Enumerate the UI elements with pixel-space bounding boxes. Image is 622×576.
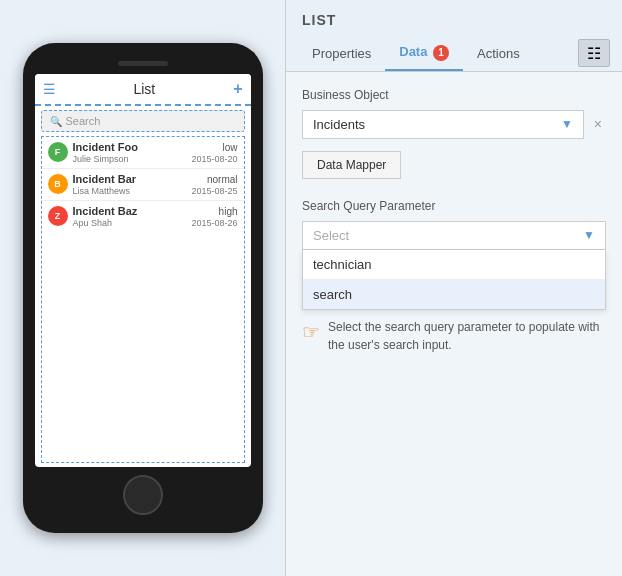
tab-data[interactable]: Data 1 [385, 36, 463, 71]
business-object-dropdown[interactable]: Incidents ▼ [302, 110, 584, 139]
item-priority: low [222, 142, 237, 153]
panel-content: Business Object Incidents ▼ × Data Mappe… [286, 72, 622, 577]
item-top: Incident Baz high [73, 205, 238, 217]
business-object-label: Business Object [302, 88, 606, 102]
data-mapper-button[interactable]: Data Mapper [302, 151, 401, 179]
settings-icon: ☷ [587, 44, 601, 63]
dropdown-item-technician[interactable]: technician [303, 250, 605, 280]
chevron-down-icon: ▼ [561, 117, 573, 131]
item-sub: Julie Simpson 2015-08-20 [73, 154, 238, 164]
list-item[interactable]: B Incident Bar normal Lisa Matthews 2015… [42, 169, 244, 201]
search-bar[interactable]: 🔍 Search [41, 110, 245, 132]
list-item[interactable]: F Incident Foo low Julie Simpson 2015-08… [42, 137, 244, 169]
item-content: Incident Baz high Apu Shah 2015-08-26 [73, 205, 238, 228]
search-query-label: Search Query Parameter [302, 199, 606, 213]
phone-panel: ☰ List + 🔍 Search F Incident Foo low [0, 0, 285, 576]
avatar: B [48, 174, 68, 194]
hamburger-icon[interactable]: ☰ [43, 81, 56, 97]
help-text-block: ☞ Select the search query parameter to p… [302, 318, 606, 354]
tab-actions[interactable]: Actions [463, 38, 534, 69]
item-content: Incident Bar normal Lisa Matthews 2015-0… [73, 173, 238, 196]
right-panel: LIST Properties Data 1 Actions ☷ Busines… [285, 0, 622, 576]
phone-device: ☰ List + 🔍 Search F Incident Foo low [23, 43, 263, 533]
screen-header: ☰ List + [35, 74, 251, 106]
cursor-icon: ☞ [302, 320, 320, 344]
item-priority: high [219, 206, 238, 217]
add-icon[interactable]: + [233, 80, 242, 98]
home-button[interactable] [123, 475, 163, 515]
chevron-down-icon: ▼ [583, 228, 595, 242]
help-text: Select the search query parameter to pop… [328, 318, 606, 354]
dropdown-menu: technician search [302, 250, 606, 310]
search-icon: 🔍 [50, 116, 62, 127]
data-tab-badge: 1 [433, 45, 449, 61]
item-person: Lisa Matthews [73, 186, 131, 196]
business-object-value: Incidents [313, 117, 365, 132]
phone-screen: ☰ List + 🔍 Search F Incident Foo low [35, 74, 251, 467]
phone-speaker [118, 61, 168, 66]
item-content: Incident Foo low Julie Simpson 2015-08-2… [73, 141, 238, 164]
item-name: Incident Foo [73, 141, 138, 153]
item-sub: Lisa Matthews 2015-08-25 [73, 186, 238, 196]
list-item[interactable]: Z Incident Baz high Apu Shah 2015-08-26 [42, 201, 244, 232]
item-date: 2015-08-25 [191, 186, 237, 196]
panel-title: LIST [286, 0, 622, 36]
business-object-row: Incidents ▼ × [302, 110, 606, 139]
item-person: Julie Simpson [73, 154, 129, 164]
clear-button[interactable]: × [590, 112, 606, 136]
search-placeholder-text: Search [66, 115, 101, 127]
screen-title: List [133, 81, 155, 97]
item-sub: Apu Shah 2015-08-26 [73, 218, 238, 228]
search-query-select[interactable]: Select ▼ [302, 221, 606, 250]
item-name: Incident Bar [73, 173, 137, 185]
avatar: Z [48, 206, 68, 226]
select-placeholder: Select [313, 228, 349, 243]
tab-properties[interactable]: Properties [298, 38, 385, 69]
item-date: 2015-08-26 [191, 218, 237, 228]
item-person: Apu Shah [73, 218, 113, 228]
item-top: Incident Bar normal [73, 173, 238, 185]
item-name: Incident Baz [73, 205, 138, 217]
settings-button[interactable]: ☷ [578, 39, 610, 67]
item-priority: normal [207, 174, 238, 185]
item-date: 2015-08-20 [191, 154, 237, 164]
item-top: Incident Foo low [73, 141, 238, 153]
tabs-bar: Properties Data 1 Actions ☷ [286, 36, 622, 72]
dropdown-item-search[interactable]: search [303, 280, 605, 309]
avatar: F [48, 142, 68, 162]
list-items-container: F Incident Foo low Julie Simpson 2015-08… [41, 136, 245, 463]
